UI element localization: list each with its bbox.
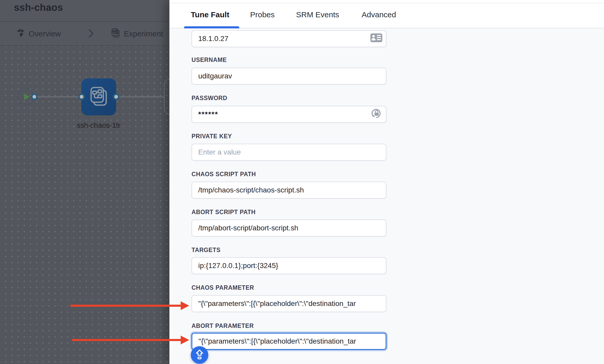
secret-lock-icon[interactable] [371, 108, 383, 121]
breadcrumb-experiment-label: Experiment [124, 29, 163, 38]
chaos-parameter-input[interactable]: "{\"parameters\":[{\"placeholder\":\"des… [192, 295, 386, 312]
abort-parameter-value: "{\"parameters\":[{\"placeholder\":\"des… [198, 337, 356, 345]
targets-value: ip:{127.0.0.1};port:{3245} [198, 262, 278, 270]
edge-node-to-next [119, 96, 164, 97]
id-card-icon[interactable] [370, 33, 383, 44]
apply-changes-button[interactable] [191, 346, 208, 364]
chaos-script-path-input[interactable]: /tmp/chaos-script/chaos-script.sh [192, 182, 386, 199]
drawer-tabbar: Tune Fault Probes SRM Events Advanced [170, 0, 604, 28]
fault-doc-icon [89, 86, 109, 108]
private-key-placeholder: Enter a value [198, 148, 241, 156]
edge-start-to-node [38, 96, 79, 97]
app-header: ssh-chaos [0, 0, 169, 22]
chaos-script-path-value: /tmp/chaos-script/chaos-script.sh [198, 186, 304, 194]
abort-script-path-label: ABORT SCRIPT PATH [192, 209, 256, 216]
targets-input[interactable]: ip:{127.0.0.1};port:{3245} [192, 257, 386, 274]
upload-arrow-icon [194, 349, 205, 361]
abort-parameter-input[interactable]: "{\"parameters\":[{\"placeholder\":\"des… [192, 333, 386, 350]
fault-node-ssh-chaos[interactable] [81, 78, 116, 115]
private-key-input[interactable]: Enter a value [192, 144, 386, 161]
active-tab-underline [184, 26, 239, 28]
username-input[interactable]: uditgaurav [192, 68, 386, 85]
app-window: ssh-chaos Overview [0, 0, 604, 364]
private-key-label: PRIVATE KEY [192, 133, 232, 140]
arrowhead-icon [181, 301, 189, 310]
arrowhead-icon [181, 336, 189, 344]
breadcrumb-experiment[interactable]: Experiment [111, 22, 163, 45]
tab-advanced[interactable]: Advanced [362, 10, 396, 19]
password-label: PASSWORD [192, 95, 227, 102]
play-icon [24, 93, 30, 100]
breadcrumb-overview-label: Overview [29, 29, 61, 38]
fault-node-label: ssh-chaos-1tr [60, 121, 137, 130]
username-value: uditgaurav [198, 72, 232, 80]
abort-script-path-input[interactable]: /tmp/abort-script/abort-script.sh [192, 220, 386, 237]
experiment-doc-icon [111, 28, 120, 40]
password-input[interactable]: ****** [192, 106, 386, 123]
page-title: ssh-chaos [14, 2, 63, 13]
host-input[interactable]: 18.1.0.27 [192, 30, 386, 47]
chaos-parameter-label: CHAOS PARAMETER [192, 284, 254, 291]
chaos-parameter-value: "{\"parameters\":[{\"placeholder\":\"des… [198, 300, 356, 308]
drawer-top-divider [170, 3, 604, 3]
host-value: 18.1.0.27 [198, 35, 228, 43]
fault-node-out-port [113, 93, 120, 100]
fault-node-in-port [78, 93, 85, 100]
tab-srm-events[interactable]: SRM Events [296, 10, 339, 19]
start-node-port [31, 93, 38, 100]
tune-fault-drawer: Tune Fault Probes SRM Events Advanced 18… [169, 0, 604, 364]
dimmed-canvas-region: ssh-chaos Overview [0, 0, 169, 364]
tab-probes[interactable]: Probes [250, 10, 275, 19]
abort-parameter-label: ABORT PARAMETER [192, 322, 254, 329]
breadcrumb: Overview Experiment [0, 22, 169, 46]
pinwheel-icon [16, 28, 25, 40]
chevron-right-icon [88, 28, 94, 40]
abort-script-path-value: /tmp/abort-script/abort-script.sh [198, 224, 298, 232]
username-label: USERNAME [192, 56, 227, 63]
add-node-placeholder[interactable] [164, 78, 169, 115]
password-value: ****** [198, 110, 218, 118]
breadcrumb-overview[interactable]: Overview [16, 22, 61, 45]
targets-label: TARGETS [192, 247, 220, 254]
chaos-script-path-label: CHAOS SCRIPT PATH [192, 171, 256, 178]
tab-tune-fault[interactable]: Tune Fault [191, 10, 229, 19]
